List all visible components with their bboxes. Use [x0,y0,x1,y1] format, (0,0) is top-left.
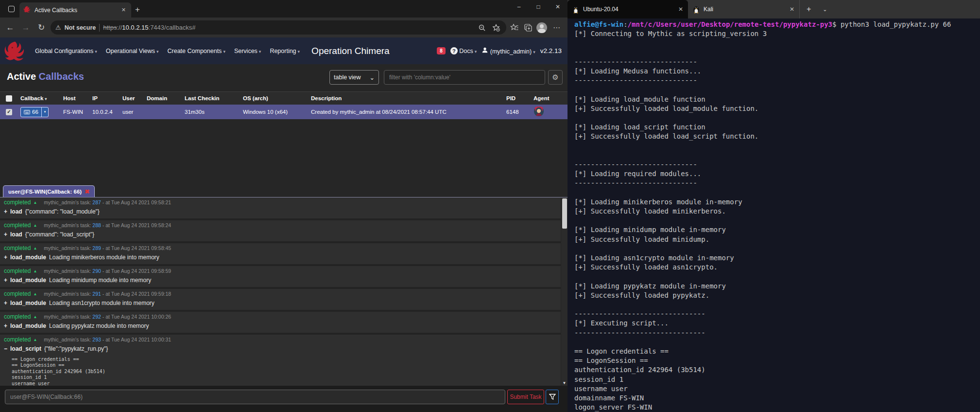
menu-reporting[interactable]: Reporting▾ [270,48,300,54]
table-settings-button[interactable]: ⚙ [548,70,563,85]
menu-operational-views[interactable]: Operational Views▾ [106,48,159,54]
task-id-link[interactable]: 287 [92,199,101,205]
tab-actions-button[interactable] [4,1,18,16]
address-bar[interactable]: ⚠ Not secure https://10.0.2.15:7443/call… [51,20,506,35]
collections-icon[interactable] [523,22,533,33]
window-minimize-button[interactable]: – [509,0,529,15]
callback-dropdown-caret[interactable]: ▾ [41,107,49,117]
gear-icon: ⚙ [552,73,558,82]
task-id-link[interactable]: 290 [92,268,101,274]
column-header-agent[interactable]: Agent [533,95,567,101]
column-header-host[interactable]: Host [63,95,92,101]
callback-tab[interactable]: user@FS-WIN(Callback: 66) ✖ [3,185,95,197]
column-header-last-checkin[interactable]: Last Checkin [185,95,243,101]
task-expand-toggle-icon[interactable]: + [4,322,7,329]
view-selector-dropdown[interactable]: table view⌄ [329,70,379,85]
row-checkbox[interactable]: ✓ [6,109,12,115]
collapse-caret-icon: ▲ [33,338,37,342]
task-status-row: completed▲mythic_admin's task: 287 - at … [0,197,561,206]
submit-task-button[interactable]: Submit Task [507,390,544,404]
task-id-link[interactable]: 293 [92,337,101,342]
task-id-link[interactable]: 288 [92,222,101,228]
column-header-callback[interactable]: Callback▾ [20,95,63,101]
task-id-link[interactable]: 292 [92,314,101,320]
refresh-button[interactable]: ↻ [35,22,48,33]
terminal-tab-close-icon[interactable]: ✕ [678,6,683,13]
terminal-tab-ubuntu[interactable]: Ubuntu-20.04 ✕ [567,0,688,18]
task-id-link[interactable]: 291 [92,291,101,297]
favorites-icon[interactable] [509,22,520,33]
terminal-line: authentication_id 242964 (3b514) [574,365,980,375]
task-status-toggle[interactable]: completed▲ [4,199,37,206]
task-status-toggle[interactable]: completed▲ [4,245,37,251]
column-header-ip[interactable]: IP [92,95,122,101]
terminal-tab-close-icon[interactable]: ✕ [790,6,794,13]
task-status-toggle[interactable]: completed▲ [4,313,37,320]
zoom-out-icon[interactable] [477,22,487,33]
callback-tab-label: user@FS-WIN(Callback: 66) [8,189,82,195]
terminal-dropdown-button[interactable]: ⌄ [818,0,832,18]
task-expand-toggle-icon[interactable]: + [4,300,7,306]
browser-menu-icon[interactable]: ⋯ [550,23,564,32]
terminal-line: domainname FS-WIN [574,394,980,403]
filter-input[interactable] [384,70,545,85]
select-all-checkbox[interactable] [6,95,12,102]
callback-id-button[interactable]: 66 ▾ [20,107,49,117]
version-label: v2.2.13 [540,47,562,54]
task-status-toggle[interactable]: completed▲ [4,222,37,229]
task-filter-button[interactable] [546,390,559,404]
scroll-down-icon[interactable]: ▼ [561,381,567,385]
menu-create-components[interactable]: Create Components▾ [168,48,225,54]
browser-tab-active[interactable]: Active Callbacks ✕ [19,2,131,18]
docs-menu[interactable]: ? Docs▾ [450,47,477,54]
task-expand-toggle-icon[interactable]: + [4,208,7,215]
window-close-button[interactable]: ✕ [548,0,567,15]
menu-services[interactable]: Services▾ [234,48,261,54]
task-command-params: Loading pypykatz module into memory [49,322,149,329]
column-header-user[interactable]: User [122,95,147,101]
task-expand-toggle-icon[interactable]: + [4,231,7,238]
tab-actions-icon [8,6,15,12]
terminal-new-tab-button[interactable]: + [800,0,818,18]
task-command-input[interactable] [5,390,505,404]
terminal-output[interactable]: alfie@fs-win:/mnt/c/Users/user/Desktop/r… [567,18,980,412]
forward-button[interactable]: → [19,23,32,33]
terminal-line: -------------------------------- [574,309,980,319]
terminal-line: ------------------------------ [574,76,980,85]
tab-close-icon[interactable]: ✕ [120,7,127,13]
task-input-bar: Submit Task [0,386,567,412]
collapse-caret-icon: ▲ [33,246,37,251]
scrollbar-thumb[interactable] [562,198,567,229]
callback-tab-close-icon[interactable]: ✖ [85,188,89,195]
mythic-logo[interactable] [4,40,26,62]
column-header-description[interactable]: Description [311,95,492,101]
callback-row[interactable]: ✓ 66 ▾ FS-WIN 10.0.2.4 user 31m30s Windo… [0,105,567,119]
column-header-os[interactable]: OS (arch) [243,95,311,101]
task-expand-toggle-icon[interactable]: + [4,277,7,284]
profile-avatar[interactable] [536,22,547,33]
column-header-pid[interactable]: PID [492,95,533,101]
task-expand-toggle-icon[interactable]: − [4,345,7,352]
page-header: Active Callbacks table view⌄ ⚙ [0,64,567,91]
cell-description: Created by mythic_admin at 08/24/2021 08… [311,109,492,115]
terminal-line [574,300,980,309]
terminal-tab-kali[interactable]: Kali ✕ [688,0,800,18]
terminal-line: [*] Loading Medusa functions... [574,67,980,76]
back-button[interactable]: ← [4,23,17,33]
menu-global-configurations[interactable]: Global Configurations▾ [35,48,97,54]
task-expand-toggle-icon[interactable]: + [4,254,7,261]
task-id-link[interactable]: 289 [92,245,101,251]
window-maximize-button[interactable]: □ [529,0,548,15]
user-menu[interactable]: (mythic_admin)▾ [481,47,535,55]
task-command-params: {"command": "load_script"} [25,231,94,238]
tasks-scrollbar[interactable]: ▼ [561,197,567,386]
new-tab-button[interactable]: + [135,5,140,15]
add-favorite-icon[interactable] [491,22,501,33]
task-status-toggle[interactable]: completed▲ [4,290,37,297]
security-label: Not secure [65,24,96,31]
notification-badge[interactable]: 8 [437,47,446,54]
task-status-toggle[interactable]: completed▲ [4,336,37,343]
column-header-domain[interactable]: Domain [147,95,185,101]
task-status-toggle[interactable]: completed▲ [4,268,37,274]
task-status-label: completed [4,313,31,320]
